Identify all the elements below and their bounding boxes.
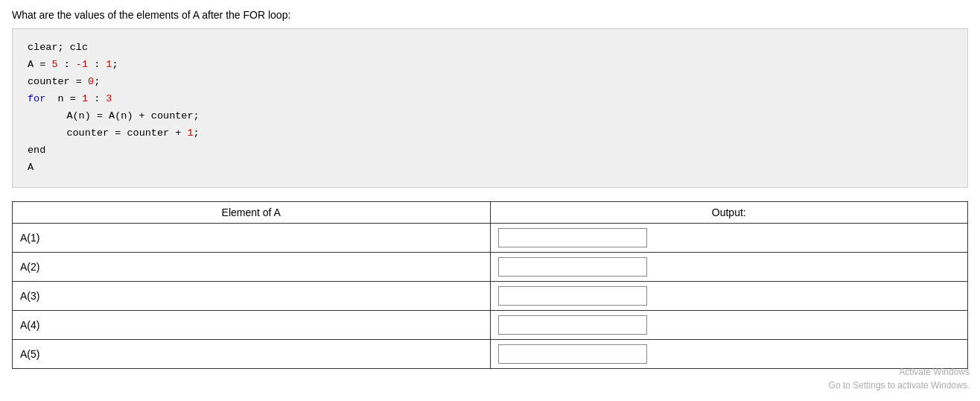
output-input-4[interactable] [498,315,647,335]
watermark-line1: Activate Windows [829,365,970,379]
output-input-5[interactable] [498,344,647,364]
output-cell-2 [490,252,968,281]
output-cell-4 [490,310,968,339]
output-input-2[interactable] [498,257,647,277]
table-row: A(2) [13,252,968,281]
watermark-line2: Go to Settings to activate Windows. [829,379,970,392]
table-row: A(5) [13,339,968,368]
code-line-8: A [28,160,952,177]
page-container: What are the values of the elements of A… [0,0,980,378]
code-line-3: counter = 0; [28,74,952,91]
table-row: A(3) [13,281,968,310]
code-line-5: A(n) = A(n) + counter; [42,108,952,125]
element-label-2: A(2) [13,252,491,281]
element-label-3: A(3) [13,281,491,310]
output-cell-1 [490,223,968,252]
element-label-4: A(4) [13,310,491,339]
table-header-output: Output: [490,201,968,223]
element-label-1: A(1) [13,223,491,252]
code-line-4: for n = 1 : 3 [28,91,952,108]
output-cell-5 [490,339,968,368]
output-input-3[interactable] [498,286,647,306]
table-header-element: Element of A [13,201,491,223]
code-line-6: counter = counter + 1; [42,125,952,142]
table-row: A(1) [13,223,968,252]
answer-table: Element of A Output: A(1) A(2) A(3) A(4) [12,201,968,369]
question-text: What are the values of the elements of A… [12,9,968,21]
code-token: clear [28,42,58,53]
output-cell-3 [490,281,968,310]
code-block: clear; clc A = 5 : -1 : 1; counter = 0; … [12,28,968,188]
windows-watermark: Activate Windows Go to Settings to activ… [829,365,970,392]
element-label-5: A(5) [13,339,491,368]
code-line-1: clear; clc [28,40,952,57]
code-line-7: end [28,142,952,160]
code-line-2: A = 5 : -1 : 1; [28,57,952,74]
table-row: A(4) [13,310,968,339]
output-input-1[interactable] [498,228,647,247]
